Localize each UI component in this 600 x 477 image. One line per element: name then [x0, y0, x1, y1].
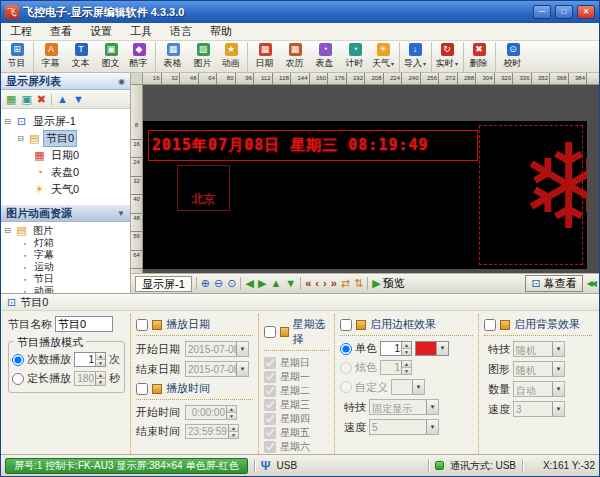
- weekday-checkbox[interactable]: [264, 371, 276, 383]
- border-color-select[interactable]: ▼: [415, 341, 449, 356]
- end-time-spinner[interactable]: 23:59:59 ▲▼: [185, 424, 239, 439]
- custom-radio[interactable]: [340, 381, 352, 393]
- colorful-radio[interactable]: [340, 362, 352, 374]
- preview-button[interactable]: ▶ 预览: [372, 276, 404, 291]
- resource-item[interactable]: ▪ 动画: [3, 285, 128, 293]
- screen-view-button[interactable]: ⊡ 幕查看: [525, 275, 582, 292]
- background-option-select[interactable]: 3 ▼: [513, 401, 565, 417]
- spinner-down-icon[interactable]: ▼: [96, 379, 105, 385]
- spinner-up-icon[interactable]: ▲: [227, 406, 236, 413]
- toolbar-button[interactable]: ▦ 农历: [280, 42, 310, 72]
- toolbar-button[interactable]: ☀ 天气▾: [370, 42, 400, 72]
- spinner-up-icon[interactable]: ▲: [229, 425, 238, 432]
- border-effect-checkbox[interactable]: [340, 319, 352, 331]
- menu-item[interactable]: 设置: [81, 23, 121, 40]
- date-item[interactable]: 2015年07月08日 星期三 08:19:49: [148, 130, 478, 161]
- play-time-checkbox[interactable]: [136, 383, 148, 395]
- clock-dial-item[interactable]: 北京: [177, 165, 230, 211]
- custom-border-select[interactable]: ▼: [391, 379, 425, 395]
- week-select-checkbox[interactable]: [264, 326, 276, 338]
- weekday-checkbox[interactable]: [264, 413, 276, 425]
- weekday-checkbox[interactable]: [264, 385, 276, 397]
- spinner-down-icon[interactable]: ▼: [227, 413, 236, 419]
- weekday-checkbox[interactable]: [264, 427, 276, 439]
- weekday-checkbox[interactable]: [264, 357, 276, 369]
- weather-item[interactable]: ❄: [479, 125, 583, 265]
- spinner-down-icon[interactable]: ▼: [402, 349, 411, 355]
- maximize-button[interactable]: □: [555, 5, 573, 19]
- weekday-checkbox[interactable]: [264, 441, 276, 453]
- menu-item[interactable]: 工具: [121, 23, 161, 40]
- move-up-icon[interactable]: ▲: [57, 94, 68, 105]
- toolbar-button[interactable]: ↓ 导入▾: [402, 42, 432, 72]
- background-effect-checkbox[interactable]: [484, 319, 496, 331]
- single-color-radio[interactable]: [340, 343, 352, 355]
- spinner-up-icon[interactable]: ▲: [402, 361, 411, 368]
- background-option-select[interactable]: 随机 ▼: [513, 361, 565, 377]
- start-time-spinner[interactable]: 0:00:00 ▲▼: [185, 405, 237, 420]
- background-option-select[interactable]: 随机 ▼: [513, 341, 565, 357]
- first-frame-icon[interactable]: ◀◀: [587, 280, 595, 288]
- spinner-up-icon[interactable]: ▲: [96, 372, 105, 379]
- toolbar-button[interactable]: ▦ 日期: [250, 42, 280, 72]
- menu-item[interactable]: 帮助: [201, 23, 241, 40]
- nudge-down-icon[interactable]: ▼: [285, 278, 296, 289]
- resources-root-item[interactable]: ⊟ ▤ 图片: [3, 224, 128, 237]
- count-play-radio[interactable]: [12, 354, 24, 366]
- resource-item[interactable]: ▪ 运动: [3, 261, 128, 273]
- move-last-icon[interactable]: »: [331, 278, 337, 289]
- zoom-fit-icon[interactable]: ⊙: [227, 278, 236, 289]
- border-speed-select[interactable]: 5 ▼: [369, 419, 439, 435]
- move-down-icon[interactable]: ▼: [73, 94, 84, 105]
- tree-item-date[interactable]: ▦ 日期0: [3, 147, 128, 164]
- menu-item[interactable]: 查看: [41, 23, 81, 40]
- tree-item-weather[interactable]: ☀ 天气0: [3, 181, 128, 198]
- collapse-icon[interactable]: ⊟: [16, 134, 25, 143]
- tree-item-display[interactable]: ⊟ ⊡ 显示屏-1: [3, 113, 128, 130]
- background-option-select[interactable]: 自动 ▼: [513, 381, 565, 397]
- move-prev-icon[interactable]: ‹: [315, 278, 319, 289]
- spinner-down-icon[interactable]: ▼: [96, 360, 105, 366]
- swap-horizontal-icon[interactable]: ⇄: [341, 278, 350, 289]
- minimize-button[interactable]: ─: [533, 5, 551, 19]
- resource-item[interactable]: ▪ 字幕: [3, 249, 128, 261]
- nudge-left-icon[interactable]: ◀: [245, 278, 253, 289]
- tree-item-dial[interactable]: ◔ 表盘0: [3, 164, 128, 181]
- menu-item[interactable]: 工程: [1, 23, 41, 40]
- fixed-length-spinner[interactable]: 180 ▲▼: [74, 371, 106, 386]
- start-date-select[interactable]: 2015-07-08 ▼: [185, 341, 249, 357]
- add-screen-icon[interactable]: ▦: [6, 94, 16, 105]
- toolbar-button[interactable]: ▣ 图文: [96, 42, 126, 72]
- pin-icon[interactable]: ◉: [118, 77, 125, 86]
- move-first-icon[interactable]: «: [305, 278, 311, 289]
- colorful-spinner[interactable]: 1 ▲▼: [380, 360, 412, 375]
- edit-screen-icon[interactable]: ▣: [21, 94, 31, 105]
- resource-item[interactable]: ▪ 节日: [3, 273, 128, 285]
- single-color-spinner[interactable]: 1 ▲▼: [380, 341, 412, 356]
- swap-vertical-icon[interactable]: ⇅: [354, 278, 363, 289]
- toolbar-button[interactable]: A 字幕: [36, 42, 66, 72]
- play-date-checkbox[interactable]: [136, 319, 148, 331]
- toolbar-button[interactable]: ▨ 图片: [188, 42, 218, 72]
- nudge-up-icon[interactable]: ▲: [270, 278, 281, 289]
- design-canvas[interactable]: 1632486480961121281441601761922082242402…: [131, 73, 599, 273]
- zoom-in-icon[interactable]: ⊕: [201, 278, 210, 289]
- toolbar-button[interactable]: ⊙ 校时: [498, 42, 528, 72]
- program-name-input[interactable]: [55, 316, 113, 332]
- toolbar-button[interactable]: ★ 动画: [218, 42, 248, 72]
- led-display-preview[interactable]: 2015年07月08日 星期三 08:19:49 北京 ❄: [143, 121, 587, 269]
- weekday-checkbox[interactable]: [264, 399, 276, 411]
- collapse-icon[interactable]: ⊟: [3, 226, 12, 235]
- toolbar-button[interactable]: ▦ 表格: [158, 42, 188, 72]
- fixed-play-radio[interactable]: [12, 373, 24, 385]
- nudge-right-icon[interactable]: ▶: [258, 278, 266, 289]
- count-spinner[interactable]: 1 ▲▼: [74, 352, 106, 367]
- toolbar-button[interactable]: ✖ 删除: [466, 42, 496, 72]
- menu-item[interactable]: 语言: [161, 23, 201, 40]
- delete-screen-icon[interactable]: ✖: [37, 94, 46, 105]
- collapse-icon[interactable]: ⊟: [3, 117, 12, 126]
- toolbar-button[interactable]: ◔ 表盘: [310, 42, 340, 72]
- toolbar-button[interactable]: ◔ 计时: [340, 42, 370, 72]
- close-button[interactable]: ✕: [577, 5, 595, 19]
- zoom-out-icon[interactable]: ⊖: [214, 278, 223, 289]
